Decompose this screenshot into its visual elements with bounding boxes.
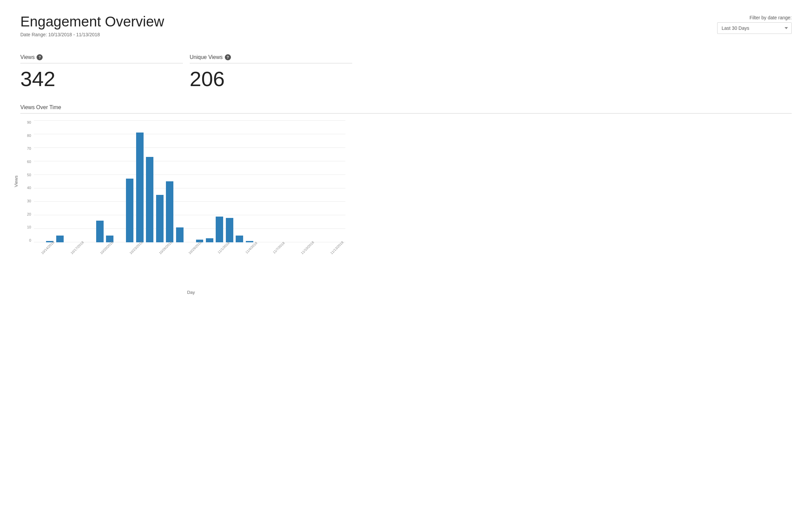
bar <box>236 236 243 242</box>
y-axis-label: 70 <box>20 146 31 150</box>
bar-col <box>285 120 294 242</box>
bar-col <box>295 120 304 242</box>
bar-col <box>55 120 64 242</box>
views-info-icon[interactable]: ? <box>37 54 43 60</box>
bar-col <box>335 120 344 242</box>
y-axis: 0102030405060708090 <box>20 120 34 242</box>
unique-views-metric-card: Unique Views ? 206 <box>190 54 352 91</box>
bar-col <box>125 120 134 242</box>
y-axis-label: 20 <box>20 212 31 216</box>
bar <box>156 195 164 242</box>
chart-title: Views Over Time <box>20 104 792 114</box>
bar-col <box>165 120 174 242</box>
y-axis-label: 80 <box>20 134 31 138</box>
metrics-row: Views ? 342 Unique Views ? 206 <box>20 54 792 91</box>
bar-col <box>245 120 254 242</box>
date-range: Date Range: 10/13/2018 - 11/13/2018 <box>20 32 164 37</box>
x-axis: 10/14/201810/17/201810/20/201810/23/2018… <box>37 244 345 267</box>
bar-col <box>195 120 204 242</box>
y-axis-label: 30 <box>20 199 31 203</box>
chart-container: Views 0102030405060708090 10/14/201810/1… <box>20 120 345 295</box>
y-axis-wrapper: Views 0102030405060708090 <box>20 120 34 242</box>
bar <box>166 181 173 242</box>
bar <box>96 221 104 242</box>
bar <box>126 179 133 242</box>
bar-col <box>205 120 214 242</box>
bar <box>206 238 213 242</box>
bar-col <box>35 120 44 242</box>
unique-views-metric-header: Unique Views ? <box>190 54 352 63</box>
y-axis-label: 50 <box>20 173 31 177</box>
title-section: Engagement Overview Date Range: 10/13/20… <box>20 14 164 37</box>
bar <box>136 133 144 242</box>
bar <box>216 217 223 242</box>
unique-views-info-icon[interactable]: ? <box>225 54 231 60</box>
bar <box>146 157 153 242</box>
bar-col <box>305 120 314 242</box>
bar-col <box>235 120 244 242</box>
bar-col <box>185 120 194 242</box>
bar-col <box>115 120 124 242</box>
bar-col <box>145 120 154 242</box>
bars-wrapper <box>34 120 345 242</box>
bar-col <box>215 120 224 242</box>
bar <box>176 227 184 242</box>
x-axis-title: Day <box>37 290 345 295</box>
views-metric-card: Views ? 342 <box>20 54 183 91</box>
filter-section: Filter by date range: Last 7 DaysLast 30… <box>717 15 792 34</box>
unique-views-value: 206 <box>190 67 352 91</box>
x-label: 11/13/2018 <box>329 240 356 267</box>
y-axis-label: 10 <box>20 225 31 229</box>
page-header: Engagement Overview Date Range: 10/13/20… <box>20 14 792 37</box>
chart-section: Views Over Time Views 010203040506070809… <box>20 104 792 295</box>
views-value: 342 <box>20 67 183 91</box>
bars-and-grid <box>34 120 345 242</box>
bar-col <box>155 120 164 242</box>
y-axis-label: 90 <box>20 120 31 124</box>
bar <box>226 218 233 242</box>
views-label: Views <box>20 54 35 60</box>
bar-col <box>175 120 184 242</box>
y-axis-label: 60 <box>20 160 31 164</box>
bar-col <box>315 120 324 242</box>
date-range-filter[interactable]: Last 7 DaysLast 30 DaysLast 90 DaysLast … <box>717 22 792 34</box>
filter-label: Filter by date range: <box>749 15 792 20</box>
bar <box>56 236 64 242</box>
y-axis-title: Views <box>14 176 19 187</box>
bar-col <box>105 120 114 242</box>
bar-col <box>85 120 94 242</box>
bar-col <box>265 120 274 242</box>
views-metric-header: Views ? <box>20 54 183 63</box>
bar-col <box>325 120 334 242</box>
bar-col <box>75 120 84 242</box>
bar-col <box>65 120 74 242</box>
page-title: Engagement Overview <box>20 14 164 30</box>
bar-col <box>135 120 144 242</box>
bar-col <box>275 120 284 242</box>
bar-col <box>45 120 54 242</box>
y-axis-label: 40 <box>20 186 31 190</box>
y-axis-label: 0 <box>20 238 31 242</box>
bar <box>246 241 253 242</box>
bar-col <box>255 120 264 242</box>
chart-area: Views 0102030405060708090 <box>20 120 345 242</box>
bar-col <box>225 120 234 242</box>
bar-col <box>95 120 104 242</box>
unique-views-label: Unique Views <box>190 54 223 60</box>
